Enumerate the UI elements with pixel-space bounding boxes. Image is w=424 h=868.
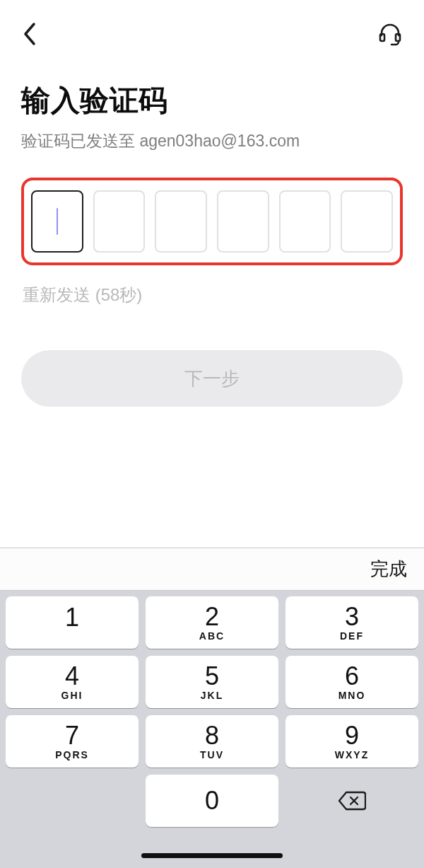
key-backspace[interactable] [285,775,418,827]
keypad-row-3: 0 [6,775,418,827]
keypad-row-1: 4 GHI 5 JKL 6 MNO [6,656,418,708]
resend-label: 重新发送 (58秒) [21,284,403,306]
key-1[interactable]: 1 [6,596,139,649]
cursor [57,208,58,235]
next-button[interactable]: 下一步 [21,350,403,407]
code-box-0[interactable] [31,190,83,253]
key-letters: TUV [200,749,224,760]
back-button[interactable] [21,21,37,50]
key-8[interactable]: 8 TUV [146,715,278,768]
key-num: 5 [205,664,219,689]
next-button-label: 下一步 [184,366,240,391]
code-input-group[interactable] [21,178,403,265]
key-9[interactable]: 9 WXYZ [285,715,418,768]
key-num: 7 [65,723,79,748]
key-letters: PQRS [55,749,89,760]
code-box-1[interactable] [93,190,146,253]
keypad-row-2: 7 PQRS 8 TUV 9 WXYZ [6,715,418,768]
key-0[interactable]: 0 [146,775,278,827]
key-letters: JKL [201,690,223,701]
content: 输入验证码 验证码已发送至 agen03hao@163.com 重新发送 (58… [0,57,424,407]
key-empty [6,775,139,827]
code-box-3[interactable] [217,190,269,253]
key-num: 3 [345,604,359,630]
key-7[interactable]: 7 PQRS [6,715,139,768]
subtitle: 验证码已发送至 agen03hao@163.com [21,130,403,152]
header [0,0,424,57]
page-title: 输入验证码 [21,81,403,120]
key-num: 4 [65,664,79,689]
key-num: 8 [205,723,219,748]
key-num: 2 [205,604,219,630]
key-2[interactable]: 2 ABC [146,596,278,649]
key-letters: ABC [199,630,225,642]
bottom-safe-area [0,830,424,868]
key-6[interactable]: 6 MNO [285,656,418,708]
home-indicator[interactable] [141,853,283,858]
key-letters: DEF [340,630,364,642]
subtitle-prefix: 验证码已发送至 [21,132,139,150]
backspace-icon [338,790,366,811]
keypad-row-0: 1 2 ABC 3 DEF [6,596,418,649]
keypad: 1 2 ABC 3 DEF 4 GHI 5 JKL 6 MN [0,591,424,830]
subtitle-email: agen03hao@163.com [139,132,300,150]
key-3[interactable]: 3 DEF [285,596,418,649]
code-box-5[interactable] [341,190,393,253]
chevron-left-icon [21,21,37,47]
key-letters: WXYZ [335,749,369,760]
key-num: 6 [345,664,359,689]
key-num: 0 [205,788,219,814]
keyboard-toolbar: 完成 [0,548,424,591]
keyboard: 完成 1 2 ABC 3 DEF 4 GHI 5 JKL [0,548,424,868]
key-letters: GHI [61,690,83,701]
code-box-4[interactable] [279,190,331,253]
key-5[interactable]: 5 JKL [146,656,278,708]
key-num: 9 [345,723,359,748]
key-num: 1 [65,605,79,630]
code-box-2[interactable] [155,190,207,253]
key-letters: MNO [338,690,366,701]
key-4[interactable]: 4 GHI [6,656,139,708]
keyboard-done-button[interactable]: 完成 [370,557,407,581]
headset-icon [377,21,403,47]
support-button[interactable] [377,21,403,50]
